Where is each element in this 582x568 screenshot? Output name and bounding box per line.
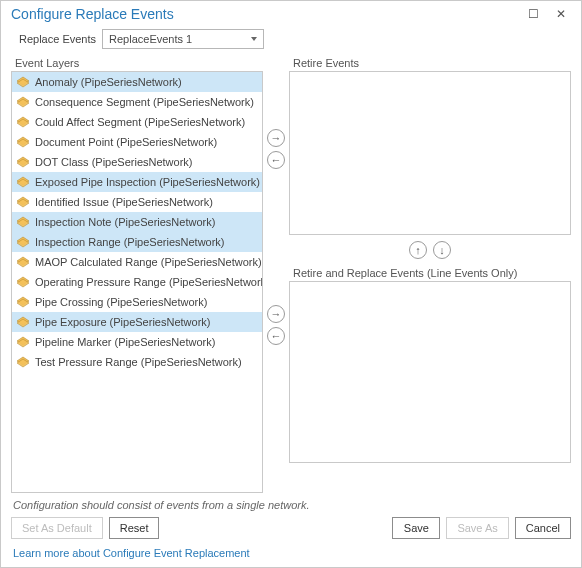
list-item[interactable]: Pipeline Marker (PipeSeriesNetwork) bbox=[12, 332, 262, 352]
list-item-label: Identified Issue (PipeSeriesNetwork) bbox=[35, 196, 213, 208]
list-item-label: Pipe Crossing (PipeSeriesNetwork) bbox=[35, 296, 207, 308]
list-item[interactable]: MAOP Calculated Range (PipeSeriesNetwork… bbox=[12, 252, 262, 272]
layer-icon bbox=[16, 336, 30, 348]
move-up-button[interactable]: ↑ bbox=[409, 241, 427, 259]
list-item-label: MAOP Calculated Range (PipeSeriesNetwork… bbox=[35, 256, 262, 268]
cancel-button[interactable]: Cancel bbox=[515, 517, 571, 539]
list-item[interactable]: Identified Issue (PipeSeriesNetwork) bbox=[12, 192, 262, 212]
retire-replace-events-list[interactable] bbox=[289, 281, 571, 463]
save-button[interactable]: Save bbox=[392, 517, 440, 539]
arrow-right-icon: → bbox=[271, 133, 282, 144]
list-item-label: Anomaly (PipeSeriesNetwork) bbox=[35, 76, 182, 88]
move-down-button[interactable]: ↓ bbox=[433, 241, 451, 259]
main-columns: Event Layers Anomaly (PipeSeriesNetwork)… bbox=[1, 55, 581, 493]
arrow-up-icon: ↑ bbox=[415, 245, 421, 256]
list-item-label: Consequence Segment (PipeSeriesNetwork) bbox=[35, 96, 254, 108]
layer-icon bbox=[16, 256, 30, 268]
list-item-label: Document Point (PipeSeriesNetwork) bbox=[35, 136, 217, 148]
list-item[interactable]: Inspection Note (PipeSeriesNetwork) bbox=[12, 212, 262, 232]
event-layers-column: Event Layers Anomaly (PipeSeriesNetwork)… bbox=[11, 55, 263, 493]
layer-icon bbox=[16, 196, 30, 208]
list-item[interactable]: Inspection Range (PipeSeriesNetwork) bbox=[12, 232, 262, 252]
list-item[interactable]: Could Affect Segment (PipeSeriesNetwork) bbox=[12, 112, 262, 132]
layer-icon bbox=[16, 116, 30, 128]
layer-icon bbox=[16, 236, 30, 248]
list-item[interactable]: Consequence Segment (PipeSeriesNetwork) bbox=[12, 92, 262, 112]
list-item[interactable]: Exposed Pipe Inspection (PipeSeriesNetwo… bbox=[12, 172, 262, 192]
retire-events-list[interactable] bbox=[289, 71, 571, 235]
titlebar: Configure Replace Events ☐ ✕ bbox=[1, 1, 581, 27]
arrow-right-icon: → bbox=[271, 309, 282, 320]
arrow-left-icon: ← bbox=[271, 331, 282, 342]
right-column: Retire Events ↑ ↓ Retire and Replace Eve… bbox=[289, 55, 571, 493]
window-title: Configure Replace Events bbox=[11, 6, 519, 22]
layer-icon bbox=[16, 216, 30, 228]
layer-icon bbox=[16, 316, 30, 328]
retire-events-label: Retire Events bbox=[289, 55, 571, 71]
layer-icon bbox=[16, 136, 30, 148]
move-right-replace-button[interactable]: → bbox=[267, 305, 285, 323]
layer-icon bbox=[16, 356, 30, 368]
layer-icon bbox=[16, 296, 30, 308]
list-item-label: Pipe Exposure (PipeSeriesNetwork) bbox=[35, 316, 210, 328]
button-row: Set As Default Reset Save Save As Cancel bbox=[1, 517, 581, 547]
reset-button[interactable]: Reset bbox=[109, 517, 160, 539]
config-hint: Configuration should consist of events f… bbox=[1, 493, 581, 517]
transfer-buttons-column: → ← → ← bbox=[263, 55, 289, 493]
list-item-label: Exposed Pipe Inspection (PipeSeriesNetwo… bbox=[35, 176, 260, 188]
list-item[interactable]: Pipe Crossing (PipeSeriesNetwork) bbox=[12, 292, 262, 312]
replace-events-label: Replace Events bbox=[19, 33, 96, 45]
reorder-buttons: ↑ ↓ bbox=[289, 235, 571, 265]
list-item-label: DOT Class (PipeSeriesNetwork) bbox=[35, 156, 193, 168]
maximize-button[interactable]: ☐ bbox=[519, 4, 547, 24]
list-item[interactable]: Document Point (PipeSeriesNetwork) bbox=[12, 132, 262, 152]
list-item[interactable]: DOT Class (PipeSeriesNetwork) bbox=[12, 152, 262, 172]
set-default-button[interactable]: Set As Default bbox=[11, 517, 103, 539]
move-left-retire-button[interactable]: ← bbox=[267, 151, 285, 169]
move-right-retire-button[interactable]: → bbox=[267, 129, 285, 147]
dialog-window: Configure Replace Events ☐ ✕ Replace Eve… bbox=[0, 0, 582, 568]
arrow-down-icon: ↓ bbox=[439, 245, 445, 256]
list-item[interactable]: Operating Pressure Range (PipeSeriesNetw… bbox=[12, 272, 262, 292]
list-item-label: Operating Pressure Range (PipeSeriesNetw… bbox=[35, 276, 262, 288]
list-item[interactable]: Pipe Exposure (PipeSeriesNetwork) bbox=[12, 312, 262, 332]
list-item-label: Inspection Note (PipeSeriesNetwork) bbox=[35, 216, 215, 228]
layer-icon bbox=[16, 276, 30, 288]
layer-icon bbox=[16, 76, 30, 88]
list-item[interactable]: Anomaly (PipeSeriesNetwork) bbox=[12, 72, 262, 92]
event-layers-label: Event Layers bbox=[11, 55, 263, 71]
layer-icon bbox=[16, 156, 30, 168]
layer-icon bbox=[16, 96, 30, 108]
event-layers-list[interactable]: Anomaly (PipeSeriesNetwork)Consequence S… bbox=[11, 71, 263, 493]
replace-events-row: Replace Events ReplaceEvents 1 bbox=[1, 27, 581, 55]
replace-events-value: ReplaceEvents 1 bbox=[109, 33, 192, 45]
list-item-label: Test Pressure Range (PipeSeriesNetwork) bbox=[35, 356, 242, 368]
retire-replace-events-label: Retire and Replace Events (Line Events O… bbox=[289, 265, 571, 281]
save-as-button[interactable]: Save As bbox=[446, 517, 508, 539]
close-button[interactable]: ✕ bbox=[547, 4, 575, 24]
learn-more-link[interactable]: Learn more about Configure Event Replace… bbox=[1, 547, 581, 567]
list-item-label: Could Affect Segment (PipeSeriesNetwork) bbox=[35, 116, 245, 128]
arrow-left-icon: ← bbox=[271, 155, 282, 166]
move-left-replace-button[interactable]: ← bbox=[267, 327, 285, 345]
replace-events-select[interactable]: ReplaceEvents 1 bbox=[102, 29, 264, 49]
list-item[interactable]: Test Pressure Range (PipeSeriesNetwork) bbox=[12, 352, 262, 372]
list-item-label: Inspection Range (PipeSeriesNetwork) bbox=[35, 236, 225, 248]
layer-icon bbox=[16, 176, 30, 188]
list-item-label: Pipeline Marker (PipeSeriesNetwork) bbox=[35, 336, 215, 348]
